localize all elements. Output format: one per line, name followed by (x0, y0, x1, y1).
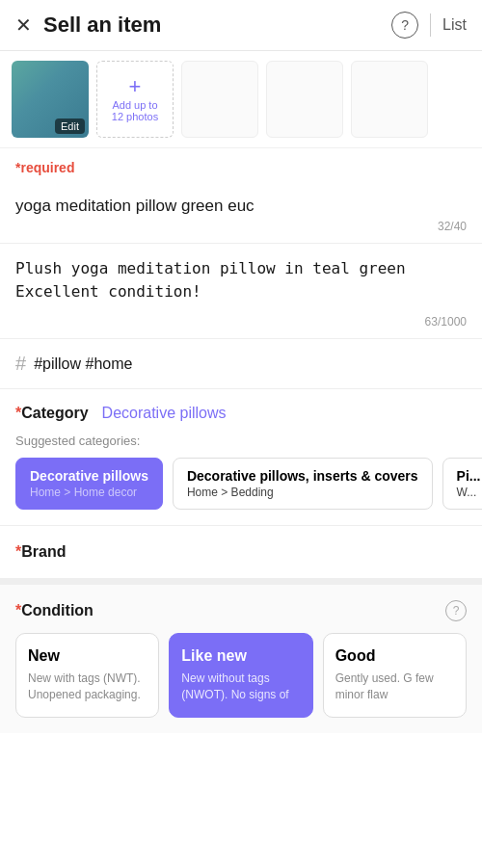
category-value[interactable]: Decorative pillows (102, 405, 227, 422)
title-char-count: 32/40 (15, 220, 467, 243)
required-label: *required (0, 148, 482, 183)
chip-decorative-inserts[interactable]: Decorative pillows, inserts & covers Hom… (173, 458, 433, 510)
chip-sub: Home > Home decor (30, 486, 148, 499)
header: ✕ Sell an item ? List (0, 0, 482, 51)
condition-good-desc: Gently used. G few minor flaw (335, 671, 454, 703)
title-input[interactable] (15, 183, 467, 220)
photo-strip: Edit + Add up to 12 photos (0, 51, 482, 148)
condition-help-button[interactable]: ? (445, 600, 467, 621)
brand-row[interactable]: * Brand (0, 525, 482, 579)
chip-title: Decorative pillows, inserts & covers (187, 468, 418, 484)
brand-label: Brand (21, 543, 467, 561)
list-button[interactable]: List (442, 16, 467, 34)
add-photo-label: Add up to 12 photos (112, 99, 158, 122)
photo-thumb[interactable]: Edit (12, 61, 89, 138)
empty-photo-slot-1[interactable] (181, 61, 258, 138)
condition-new[interactable]: New New with tags (NWT). Unopened packag… (15, 633, 159, 718)
plus-icon: + (129, 76, 142, 97)
condition-good-title: Good (335, 647, 454, 665)
condition-like-new-title: Like new (181, 647, 300, 665)
hash-icon: # (15, 353, 26, 375)
edit-badge[interactable]: Edit (55, 118, 85, 134)
condition-like-new-desc: New without tags (NWOT). No signs of (181, 671, 300, 703)
chip-title: Pi... (457, 468, 482, 484)
chip-title: Decorative pillows (30, 468, 148, 484)
condition-like-new[interactable]: Like new New without tags (NWOT). No sig… (169, 633, 312, 718)
category-row[interactable]: * Category Decorative pillows (0, 389, 482, 430)
condition-new-title: New (28, 647, 147, 665)
empty-photo-slot-3[interactable] (351, 61, 428, 138)
description-input[interactable] (15, 244, 467, 311)
condition-cards: New New with tags (NWT). Unopened packag… (0, 633, 482, 733)
add-photo-slot[interactable]: + Add up to 12 photos (96, 61, 174, 138)
close-button[interactable]: ✕ (15, 13, 32, 37)
condition-new-desc: New with tags (NWT). Unopened packaging. (28, 671, 147, 703)
chip-sub: Home > Bedding (187, 486, 418, 499)
empty-photo-slot-2[interactable] (266, 61, 343, 138)
condition-good[interactable]: Good Gently used. G few minor flaw (323, 633, 467, 718)
desc-char-count: 63/1000 (15, 315, 467, 338)
chips-container: Decorative pillows Home > Home decor Dec… (0, 458, 482, 525)
page-title: Sell an item (43, 13, 391, 38)
chip-decorative-pillows[interactable]: Decorative pillows Home > Home decor (15, 458, 163, 510)
chip-other[interactable]: Pi... W... (442, 458, 482, 510)
title-section: 32/40 (0, 183, 482, 244)
category-label: Category (21, 405, 88, 422)
suggested-label: Suggested categories: (0, 430, 482, 458)
hashtag-input[interactable] (34, 355, 467, 373)
help-button[interactable]: ? (391, 12, 418, 39)
chip-sub: W... (457, 486, 482, 499)
condition-title: Condition (21, 602, 445, 619)
header-divider (430, 13, 431, 37)
description-section: 63/1000 (0, 244, 482, 339)
condition-header: * Condition ? (0, 585, 482, 633)
hashtag-section: # (0, 339, 482, 389)
